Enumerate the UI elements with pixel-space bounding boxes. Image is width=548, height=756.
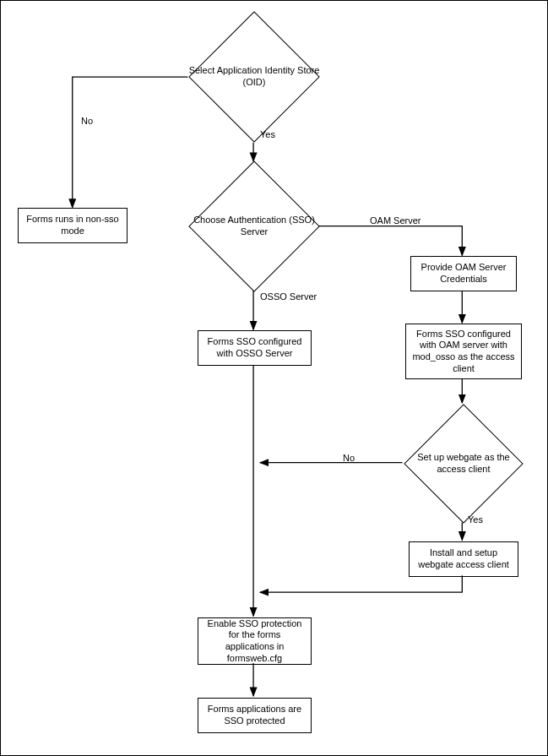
decision-setup-webgate [404,404,523,523]
process-enable-sso: Enable SSO protection for the forms appl… [198,617,312,665]
edge-label-osso: OSSO Server [260,291,317,302]
process-forms-non-sso: Forms runs in non-sso mode [18,208,128,243]
process-label: Forms SSO configured with OAM server wit… [411,329,516,375]
process-forms-osso: Forms SSO configured with OSSO Server [198,330,312,366]
edge-label-yes1: Yes [260,129,275,139]
decision-select-identity [188,11,320,143]
process-label: Enable SSO protection for the forms appl… [203,618,306,665]
process-label: Provide OAM Server Credentials [416,262,511,286]
edge-label-no1: No [81,116,93,126]
edge-label-yes2: Yes [468,514,483,525]
process-provide-oam-creds: Provide OAM Server Credentials [410,256,517,291]
process-label: Forms runs in non-sso mode [24,214,122,237]
process-label: Forms applications are SSO protected [203,704,306,727]
process-forms-oam-modosso: Forms SSO configured with OAM server wit… [405,324,522,379]
edge-label-oam: OAM Server [370,215,421,226]
process-install-webgate: Install and setup webgate access client [409,541,518,577]
flowchart-canvas: Select Application Identity Store (OID) … [0,0,548,756]
decision-choose-auth [188,160,320,292]
edge-label-no2: No [343,453,355,463]
process-forms-protected: Forms applications are SSO protected [198,698,312,733]
process-label: Forms SSO configured with OSSO Server [203,336,306,360]
process-label: Install and setup webgate access client [415,547,513,571]
